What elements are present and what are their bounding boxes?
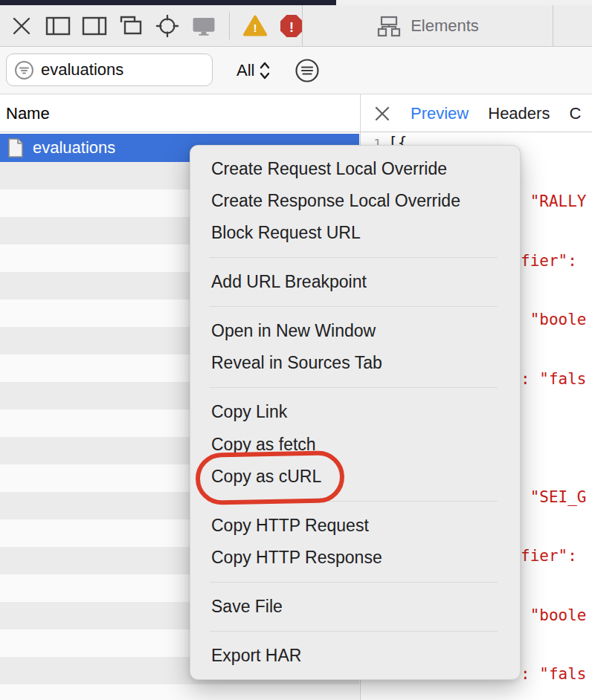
error-icon[interactable]: ! [279,13,304,39]
json-line: "boole [521,606,592,626]
search-input[interactable] [41,60,190,80]
stepper-chevrons-icon [259,60,271,81]
page-dark-band [0,0,336,5]
tab-preview[interactable]: Preview [411,104,469,123]
window-top-strip [0,0,592,5]
dock-left-icon[interactable] [45,13,71,39]
context-menu: Create Request Local Override Create Res… [190,145,521,680]
menu-item-copy-http-request[interactable]: Copy HTTP Request [190,510,520,542]
detail-tab-bar: Preview Headers C [360,94,592,132]
inspector-toolbar: ! ! Elements [0,5,592,47]
panel-header-row: Name Preview Headers C [0,94,592,132]
json-line: fier": [521,546,592,566]
menu-item-copy-as-fetch[interactable]: Copy as fetch [190,429,520,461]
json-line: : "fals [521,369,592,389]
menu-item-add-url-breakpoint[interactable]: Add URL Breakpoint [190,266,520,298]
menu-item-export-har[interactable]: Export HAR [190,640,520,672]
json-line: fier": [521,251,592,271]
menu-item-save-file[interactable]: Save File [190,591,520,623]
menu-item-copy-http-response[interactable]: Copy HTTP Response [190,542,520,574]
close-icon[interactable] [9,13,34,39]
tab-cookies-partial[interactable]: C [569,104,581,123]
dock-right-icon[interactable] [82,13,107,39]
tab-elements[interactable]: Elements [302,5,553,46]
network-filter-bar: All [0,47,592,94]
menu-separator [210,501,498,502]
menu-item-block-request-url[interactable]: Block Request URL [190,217,520,249]
menu-item-open-in-new-window[interactable]: Open in New Window [190,315,520,347]
menu-separator [210,306,498,307]
toolbar-divider [229,13,230,39]
menu-item-reveal-in-sources-tab[interactable]: Reveal in Sources Tab [190,347,520,379]
toolbar-icon-group: ! ! [9,5,304,46]
json-line: "boole [521,310,592,330]
json-preview-text: "RALLY fier": "boole : "fals "SEI_G fier… [521,152,592,700]
network-row-label: evaluations [33,138,115,158]
filter-options-button[interactable] [295,58,320,83]
menu-separator [210,257,498,258]
menu-separator [210,582,498,583]
search-field[interactable] [6,54,213,86]
tab-headers[interactable]: Headers [488,104,550,123]
menu-item-create-response-local-override[interactable]: Create Response Local Override [190,185,520,217]
menu-separator [210,631,498,632]
warning-icon[interactable]: ! [242,13,268,39]
menu-item-copy-as-curl[interactable]: Copy as cURL [190,461,520,493]
svg-text:!: ! [289,19,294,34]
close-detail-icon[interactable] [373,105,391,123]
svg-text:!: ! [253,22,257,34]
json-line: "RALLY [521,192,592,212]
menu-separator [210,387,498,388]
cascade-windows-icon[interactable] [118,13,144,39]
tab-elements-label: Elements [411,16,479,36]
json-line [521,428,592,448]
column-header-name[interactable]: Name [6,94,50,132]
scope-select[interactable]: All [237,47,271,94]
document-icon [7,137,25,158]
element-picker-icon[interactable] [155,13,180,39]
filter-icon [14,60,34,80]
hierarchy-icon [376,15,402,37]
scope-label: All [237,61,254,80]
json-line: "SEI_G [521,487,592,508]
json-line: : "fals [521,664,592,684]
menu-item-create-request-local-override[interactable]: Create Request Local Override [190,153,520,185]
filter-lines-icon [295,58,320,83]
menu-item-copy-link[interactable]: Copy Link [190,396,520,428]
device-icon[interactable] [191,13,216,39]
